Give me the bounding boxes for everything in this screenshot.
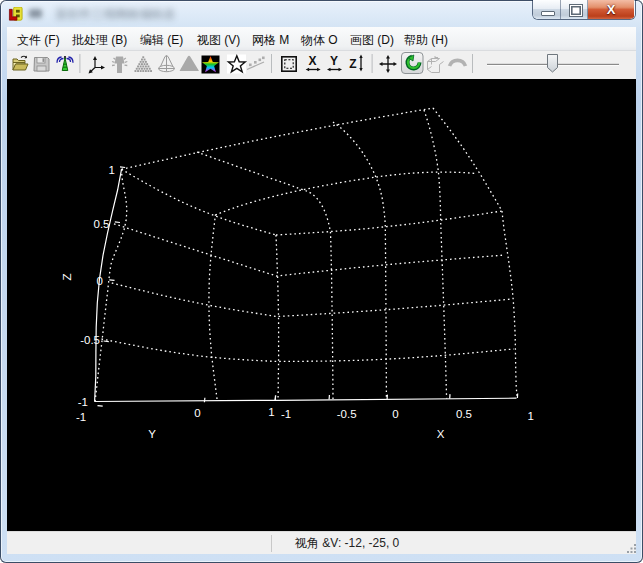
svg-text:0: 0 (97, 275, 103, 287)
svg-text:X: X (309, 54, 317, 68)
svg-text:-0.5: -0.5 (80, 334, 100, 346)
svg-text:1: 1 (527, 410, 533, 422)
svg-text:-1: -1 (76, 411, 86, 423)
svg-text:0: 0 (194, 407, 200, 419)
svg-text:1: 1 (268, 406, 274, 418)
svg-text:0.5: 0.5 (94, 218, 110, 230)
svg-text:-1: -1 (281, 408, 291, 420)
svg-text:1: 1 (109, 164, 115, 176)
svg-text:0.5: 0.5 (456, 408, 472, 420)
svg-text:Y: Y (330, 54, 338, 68)
svg-text:X: X (437, 428, 445, 440)
svg-text:-1: -1 (78, 396, 88, 408)
svg-text:-0.5: -0.5 (337, 408, 357, 420)
svg-text:Z: Z (61, 273, 73, 280)
svg-text:0: 0 (392, 408, 398, 420)
svg-text:Z: Z (349, 57, 356, 71)
svg-text:Y: Y (148, 428, 156, 440)
